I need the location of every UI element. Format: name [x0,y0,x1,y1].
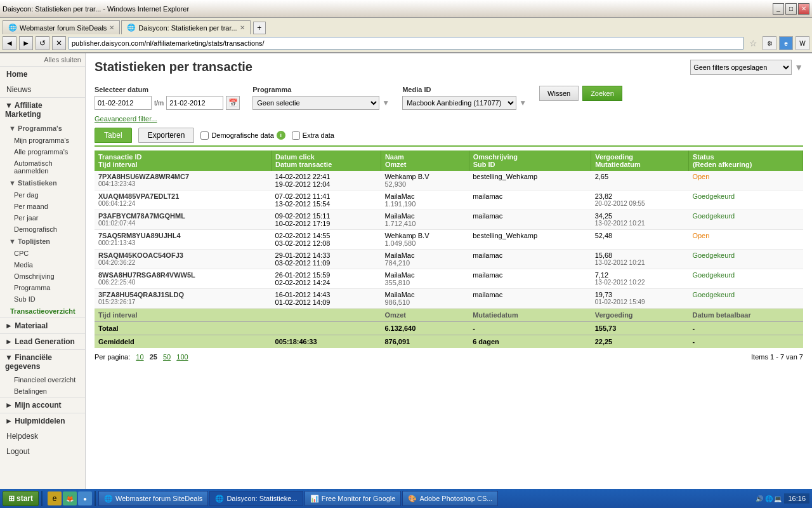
taskbar: ⊞ start e 🦊 ● 🌐 Webmaster forum SiteDeal… [0,489,812,508]
browser-chrome: Daisycon: Statistieken per trar... - Win… [0,0,812,53]
arrow-icon-hulp: ► [5,417,15,425]
table-row: 7SAQ5RM8YUA89UJHL4 000:21:13:43 02-02-20… [95,230,803,250]
tab-daisycon[interactable]: 🌐 Daisycon: Statistieken per trar... ✕ [121,20,250,34]
totaal-interval [272,322,381,335]
ie-tools-button[interactable]: W [796,36,809,50]
filter-actions: Wissen Zoeken [539,86,622,102]
tools-button[interactable]: ⚙ [763,36,776,50]
saved-filter-select[interactable]: Geen filters opgeslagen [690,60,792,75]
arrow-icon-stats: ▼ [9,179,18,187]
arrow-icon-programs: ▼ [9,124,18,132]
sidebar-section-financieel[interactable]: ▼ Financiële gegevens [0,349,85,374]
sidebar-sub-per-dag[interactable]: Per dag [0,189,85,201]
sidebar-section-affiliate[interactable]: ▼ Affiliate Marketing [0,97,85,122]
taskbar-ie-icon[interactable]: e [48,491,62,505]
cell-datum: 07-02-2012 11:41 13-02-2012 15:54 [272,190,381,210]
sidebar-section-hulp[interactable]: ► Hulpmiddelen [0,413,85,429]
sidebar-close-button[interactable]: Alles sluiten [0,53,85,67]
cell-naam: MailaMac 1.191,190 [381,190,469,210]
program-dropdown-icon: ▼ [382,98,390,107]
zoeken-button[interactable]: Zoeken [582,86,622,101]
refresh-button[interactable]: ↺ [36,36,49,50]
cell-vergoeding: 2,65 [591,171,689,190]
new-tab-button[interactable]: + [253,22,266,34]
taskbar-item-freemonitor[interactable]: 📊 Free Monitor for Google [304,491,402,506]
maximize-button[interactable]: □ [785,3,797,15]
date-from-input[interactable] [95,96,152,110]
sidebar-sub-demografisch[interactable]: Demografisch [0,224,85,235]
media-select[interactable]: Macbook Aanbieding (117077) [402,96,516,110]
sidebar-sub-mijn-programs[interactable]: Mijn programma's [0,135,85,146]
sidebar-section-lead[interactable]: ► Lead Generation [0,333,85,349]
taskbar-chrome-icon[interactable]: ● [78,491,92,505]
program-select[interactable]: Geen selectie [252,96,379,110]
ie-button[interactable]: e [779,36,793,50]
sidebar-sub-programma[interactable]: Programma [0,282,85,293]
sidebar-sub-omschrijving[interactable]: Omschrijving [0,271,85,282]
sidebar-sub-per-jaar[interactable]: Per jaar [0,212,85,224]
sidebar-section-account[interactable]: ► Mijn account [0,397,85,413]
date-filter-row: t/m 📅 [95,96,240,110]
favorite-button[interactable]: ☆ [746,36,760,50]
tab-sitedeals-close[interactable]: ✕ [109,24,114,31]
address-bar[interactable] [69,37,743,50]
date-to-input[interactable] [166,96,223,110]
close-button[interactable]: ✕ [798,3,809,15]
taskbar-firefox-icon[interactable]: 🦊 [63,491,77,505]
sidebar-subsection-stats[interactable]: ▼ Statistieken [0,177,85,189]
sidebar-item-nieuws[interactable]: Nieuws [0,82,85,97]
saved-filter-dropdown-icon[interactable]: ▼ [794,62,803,72]
sidebar-sub-auto-aanmelden[interactable]: Automatisch aanmelden [0,157,85,177]
media-filter-group: Media ID Macbook Aanbieding (117077) ▼ [402,86,527,110]
table-row: 7PXA8HSU6WZA8WR4MC7 004:13:23:43 14-02-2… [95,171,803,190]
tab-daisycon-close[interactable]: ✕ [240,24,245,31]
title-bar: Daisycon: Statistieken per trar... - Win… [0,0,812,18]
start-button[interactable]: ⊞ start [3,491,39,506]
sidebar-sub-transactie[interactable]: Transactieoverzicht [0,305,85,318]
tab-sitedeals[interactable]: 🌐 Webmaster forum SiteDeals ✕ [3,20,120,34]
sidebar-sub-media[interactable]: Media [0,259,85,271]
extra-checkbox[interactable] [292,131,300,140]
header-vergoeding: Vergoeding Mutatiedatum [591,150,689,171]
taskbar-item-daisycon[interactable]: 🌐 Daisycon: Statistieke... [209,491,303,506]
wissen-button[interactable]: Wissen [539,86,579,101]
footer-header-col1: Tijd interval [95,309,272,322]
sidebar-subsection-toplijsten[interactable]: ▼ Toplijsten [0,235,85,248]
totaal-dash1: - [469,322,591,335]
forward-button[interactable]: ► [19,36,33,50]
page-link-10[interactable]: 10 [136,353,143,361]
sidebar-sub-betalingen[interactable]: Betalingen [0,385,85,397]
page-link-50[interactable]: 50 [163,353,171,361]
page-link-25[interactable]: 25 [150,353,157,361]
advanced-filter-link[interactable]: Geavanceerd filter... [95,115,803,123]
totaal-label: Totaal [95,322,272,335]
sidebar-sub-per-maand[interactable]: Per maand [0,201,85,212]
sidebar-sub-alle-programs[interactable]: Alle programma's [0,146,85,157]
sidebar-section-materiaal[interactable]: ► Materiaal [0,318,85,333]
tab-exporteren-button[interactable]: Exporteren [138,128,195,143]
sidebar-item-logout[interactable]: Logout [0,444,85,459]
minimize-button[interactable]: _ [773,3,784,15]
back-button[interactable]: ◄ [3,36,16,50]
page-link-100[interactable]: 100 [176,353,188,361]
pagination-left: Per pagina: 10 25 50 100 [95,353,188,361]
date-filter-group: Selecteer datum t/m 📅 [95,86,240,110]
taskbar-sitedeals-label: Webmaster forum SiteDeals [115,495,202,502]
sidebar-item-home[interactable]: Home [0,67,85,82]
taskbar-item-photoshop[interactable]: 🎨 Adobe Photoshop CS... [402,491,498,506]
arrow-icon: ▼ [5,101,15,110]
table-row: RSAQM45KOOAC54OFJ3 004:20:36:22 29-01-20… [95,250,803,269]
taskbar-freemonitor-label: Free Monitor for Google [322,495,396,502]
sidebar-sub-fin-overzicht[interactable]: Financieel overzicht [0,374,85,385]
tab-tabel-button[interactable]: Tabel [95,128,132,143]
stop-button[interactable]: ✕ [52,36,66,50]
sidebar-sub-subid[interactable]: Sub ID [0,293,85,305]
date-sep: t/m [154,99,164,107]
main-layout: Alles sluiten Home Nieuws ▼ Affiliate Ma… [0,53,812,508]
taskbar-item-sitedeals[interactable]: 🌐 Webmaster forum SiteDeals [98,491,208,506]
demo-checkbox[interactable] [200,131,209,140]
sidebar-subsection-programs[interactable]: ▼ Programma's [0,122,85,135]
sidebar-sub-cpc[interactable]: CPC [0,248,85,259]
sidebar-item-helpdesk[interactable]: Helpdesk [0,429,85,444]
calendar-button[interactable]: 📅 [226,96,240,110]
